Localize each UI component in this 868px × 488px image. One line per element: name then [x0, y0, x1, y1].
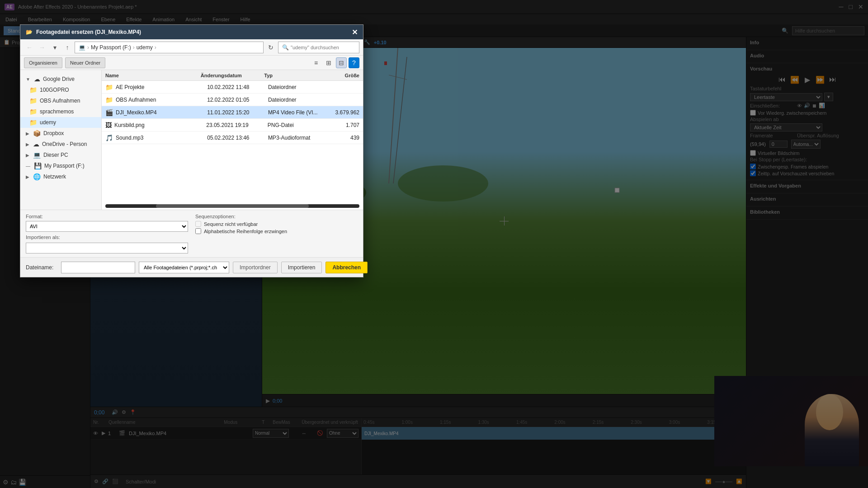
alphabetisch-check[interactable] — [195, 228, 201, 234]
abbrechen-btn[interactable]: Abbrechen — [326, 262, 368, 273]
dialog-bottom: Dateiname: Alle Footagedateien (*.prproj… — [20, 257, 363, 277]
breadcrumb-root[interactable]: My Passport (F:) — [91, 44, 131, 51]
help-btn[interactable]: ? — [349, 57, 359, 68]
sidebar-google-drive[interactable]: ▼ ☁ Google Drive — [20, 74, 101, 84]
file-icon-4: 🎵 — [105, 134, 113, 141]
toggle-netzwerk: ▶ — [26, 174, 29, 179]
nav-back-btn[interactable]: ← — [24, 42, 35, 53]
importieren-als-label: Importieren als: — [26, 235, 188, 240]
breadcrumb-expand[interactable]: › — [155, 44, 156, 51]
file-icon-2: 🎬 — [105, 109, 113, 116]
dialog-toolbar: Organisieren Neuer Ordner ≡ ⊞ ⊟ ? — [20, 56, 363, 70]
dialog-title: Footagedatei ersetzen (DJI_Mexiko.MP4) — [36, 29, 141, 35]
breadcrumb-sep1: › — [87, 44, 89, 51]
nav-dropdown-btn[interactable]: ▾ — [49, 42, 60, 53]
nav-up-btn[interactable]: ↑ — [62, 42, 73, 53]
sequenz-nicht-label: Sequenz nicht verfügbar — [204, 221, 258, 227]
col-header-date[interactable]: Änderungsdatum — [201, 73, 264, 78]
sequenz-nicht-check[interactable] — [195, 221, 201, 227]
importieren-als-select[interactable] — [26, 243, 188, 253]
udemy-label: udemy — [40, 119, 56, 126]
nav-refresh-btn[interactable]: ↻ — [265, 42, 276, 53]
file-date-3: 23.05.2021 19:19 — [206, 122, 268, 128]
sidebar-dropbox[interactable]: ▶ 📦 Dropbox — [20, 128, 101, 139]
udemy-icon: 📁 — [29, 119, 37, 126]
sidebar-sprachmemos[interactable]: 📁 sprachmemos — [20, 106, 101, 117]
my-passport-label: My Passport (F:) — [44, 163, 85, 169]
format-label: Format: — [26, 214, 188, 219]
dateiname-label: Dateiname: — [26, 264, 57, 271]
view-list-btn[interactable]: ≡ — [311, 57, 321, 68]
dialog-sidebar: ▼ ☁ Google Drive 📁 100GOPRO 📁 OBS Aufnah… — [20, 70, 102, 210]
dialog-title-bar: 📂 Footagedatei ersetzen (DJI_Mexiko.MP4)… — [20, 25, 363, 39]
file-type-0: Dateiordner — [268, 84, 329, 90]
breadcrumb-folder[interactable]: udemy — [137, 44, 153, 51]
view-large-btn[interactable]: ⊟ — [336, 57, 347, 68]
file-date-4: 05.02.2022 13:46 — [207, 135, 268, 141]
importieren-btn[interactable]: Importieren — [281, 262, 322, 273]
dialog-breadcrumb: 💻 › My Passport (F:) › udemy › — [75, 42, 264, 53]
file-size-3: 1.707 — [329, 122, 359, 128]
dateiname-input[interactable] — [61, 262, 135, 273]
file-name-2: DJI_Mexiko.MP4 — [116, 109, 207, 116]
file-dialog: 📂 Footagedatei ersetzen (DJI_Mexiko.MP4)… — [20, 24, 363, 277]
organize-btn[interactable]: Organisieren — [24, 57, 62, 68]
sidebar-onedrive[interactable]: ▶ ☁ OneDrive - Person — [20, 139, 101, 150]
filelist-scrollbar[interactable] — [105, 204, 359, 208]
sidebar-100gopro[interactable]: 📁 100GOPRO — [20, 84, 101, 95]
toggle-onedrive: ▶ — [26, 142, 29, 147]
google-drive-icon: ☁ — [34, 75, 40, 83]
file-type-3: PNG-Datei — [268, 122, 329, 128]
dialog-icon: 📂 — [26, 29, 33, 35]
file-row-1[interactable]: 📁 OBS Aufnahmen 12.02.2022 01:05 Dateior… — [102, 94, 363, 106]
format-col: Format: AVI Importieren als: — [26, 214, 188, 253]
file-row-3[interactable]: 🖼 Kursbild.png 23.05.2021 19:19 PNG-Date… — [102, 119, 363, 131]
search-icon-dialog: 🔍 — [282, 44, 289, 51]
new-folder-btn[interactable]: Neuer Ordner — [65, 57, 105, 68]
onedrive-icon: ☁ — [33, 141, 39, 148]
col-header-name[interactable]: Name — [105, 73, 201, 78]
format-select[interactable]: AVI — [26, 221, 188, 232]
dialog-close-btn[interactable]: ✕ — [352, 28, 358, 37]
toolbar-view-controls: ≡ ⊞ ⊟ ? — [311, 57, 359, 68]
sidebar-udemy[interactable]: 📁 udemy — [20, 117, 101, 128]
dialog-search-input[interactable] — [291, 45, 355, 50]
dropbox-icon: 📦 — [33, 130, 41, 137]
dialog-options: Format: AVI Importieren als: Sequenzopti… — [20, 210, 363, 257]
file-size-2: 3.679.962 — [329, 109, 359, 116]
100gopro-icon: 📁 — [29, 86, 37, 94]
dialog-nav: ← → ▾ ↑ 💻 › My Passport (F:) › udemy › ↻… — [20, 39, 363, 56]
file-type-4: MP3-Audioformat — [268, 135, 329, 141]
view-details-btn[interactable]: ⊞ — [323, 57, 334, 68]
alphabetisch-row: Alphabetische Reihenfolge erzwingen — [195, 228, 358, 234]
toggle-dropbox: ▶ — [26, 131, 29, 136]
file-icon-1: 📁 — [105, 96, 113, 103]
filter-select[interactable]: Alle Footagedateien (*.prproj;*.ch — [139, 262, 229, 273]
dialog-filelist: Name Änderungsdatum Typ Größe 📁 AE Proje… — [102, 70, 363, 210]
file-date-0: 10.02.2022 11:48 — [207, 84, 268, 90]
file-name-4: Sound.mp3 — [116, 135, 207, 141]
filelist-header: Name Änderungsdatum Typ Größe — [102, 70, 363, 81]
nav-forward-btn[interactable]: → — [37, 42, 47, 53]
file-name-3: Kursbild.png — [114, 122, 206, 128]
col-header-size[interactable]: Größe — [328, 73, 359, 78]
sidebar-my-passport[interactable]: — 💾 My Passport (F:) — [20, 160, 101, 171]
sidebar-obs[interactable]: 📁 OBS Aufnahmen — [20, 95, 101, 106]
alphabetisch-label: Alphabetische Reihenfolge erzwingen — [204, 229, 287, 234]
dropbox-label: Dropbox — [43, 130, 64, 136]
netzwerk-label: Netzwerk — [43, 174, 66, 180]
sprachmemos-label: sprachmemos — [40, 108, 74, 115]
file-row-0[interactable]: 📁 AE Projekte 10.02.2022 11:48 Dateiordn… — [102, 81, 363, 94]
netzwerk-icon: 🌐 — [33, 173, 41, 180]
sidebar-netzwerk[interactable]: ▶ 🌐 Netzwerk — [20, 171, 101, 182]
file-row-4[interactable]: 🎵 Sound.mp3 05.02.2022 13:46 MP3-Audiofo… — [102, 131, 363, 144]
file-name-1: OBS Aufnahmen — [116, 97, 207, 103]
col-header-type[interactable]: Typ — [264, 73, 328, 78]
sidebar-dieser-pc[interactable]: ▶ 💻 Dieser PC — [20, 150, 101, 160]
sequenz-col: Sequenzoptionen: Sequenz nicht verfügbar… — [195, 214, 358, 253]
breadcrumb-sep2: › — [133, 44, 135, 51]
file-row-2[interactable]: 🎬 DJI_Mexiko.MP4 11.01.2022 15:20 MP4 Vi… — [102, 106, 363, 119]
toggle-icon-gd: ▼ — [26, 77, 30, 82]
dialog-search-box: 🔍 — [278, 42, 359, 53]
importordner-btn[interactable]: Importordner — [233, 262, 278, 273]
